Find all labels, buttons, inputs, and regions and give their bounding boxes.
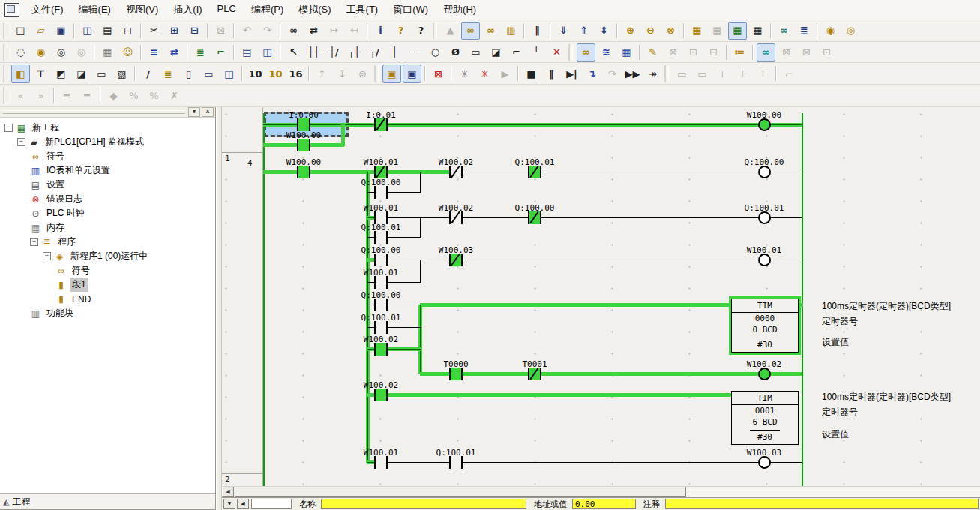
connect-line-button[interactable]: └ [527, 44, 546, 62]
scroll-left-button[interactable]: ◀ [222, 487, 234, 497]
no-contact[interactable] [374, 321, 388, 334]
menu-item-2[interactable]: 视图(V) [118, 1, 166, 19]
io-bit-window-button[interactable]: ◫ [220, 64, 238, 82]
menu-item-5[interactable]: 编程(P) [244, 1, 291, 19]
watch-comment-field[interactable] [665, 499, 979, 509]
new-document-button[interactable]: □ [11, 22, 30, 40]
fast-forward-button[interactable]: ▶▶ [623, 64, 642, 82]
monitor-window-button[interactable]: ▦ [728, 22, 747, 40]
find-window-2-button[interactable]: ◪ [72, 64, 91, 82]
about-button[interactable]: i [371, 22, 390, 40]
menu-item-1[interactable]: 编辑(E) [71, 1, 118, 19]
timer-instruction[interactable]: TIM00016 BCD#30 [731, 391, 799, 445]
view-mnemonics-button[interactable]: ▤ [238, 44, 256, 62]
menu-item-0[interactable]: 文件(F) [24, 1, 71, 19]
new-closed-coil-button[interactable]: Ø [446, 44, 465, 62]
verify-program-button[interactable]: ⊗ [661, 22, 680, 40]
new-coil-button[interactable]: ○ [426, 44, 445, 62]
new-or-contact-button[interactable]: ┬├ [345, 44, 364, 62]
replace-button[interactable]: ⇄ [304, 22, 323, 40]
tree-item-program[interactable]: −≣程序 [0, 235, 215, 249]
copy-button[interactable]: ⊞ [165, 22, 184, 40]
menu-item-6[interactable]: 模拟(S) [291, 1, 338, 19]
step-into-button[interactable]: ↴ [583, 64, 601, 82]
no-contact[interactable] [449, 456, 463, 469]
select-tool-button[interactable]: ↖ [284, 44, 303, 62]
new-pulse-instruction-button[interactable]: ⌐ [507, 44, 526, 62]
print-preview-button[interactable]: ◻ [118, 22, 137, 40]
symbols-window-button[interactable]: ≣ [159, 64, 178, 82]
plc-monitoring-button[interactable]: ∞ [577, 44, 595, 62]
open-project-button[interactable]: ▱ [31, 22, 50, 40]
nc-contact[interactable] [528, 166, 541, 178]
new-horizontal-button[interactable]: ─ [406, 44, 424, 62]
nc-contact[interactable] [449, 212, 463, 224]
cut-button[interactable]: ✂ [145, 22, 163, 40]
help-topics-button[interactable]: ? [391, 22, 410, 40]
monitor-toggle-button[interactable]: ▣ [403, 64, 421, 82]
output-coil[interactable] [758, 456, 771, 469]
monitor-signed-decimal-button[interactable]: 10 [266, 64, 285, 82]
transfer-program-button[interactable]: ⊕ [621, 22, 640, 40]
tree-item-project[interactable]: −▦新工程 [0, 121, 215, 135]
no-contact[interactable] [374, 231, 388, 244]
no-contact[interactable] [374, 254, 388, 266]
watch-back-button[interactable]: ◀ [237, 499, 249, 509]
dialog-window-button[interactable]: ▭ [199, 64, 218, 82]
show-grid-button[interactable]: ▦ [98, 44, 117, 62]
workspace-pin-button[interactable]: ▾ [188, 107, 200, 117]
toolbar-grip[interactable] [3, 22, 7, 39]
delete-segment-button[interactable]: ✕ [547, 44, 566, 62]
monitor-window-2-button[interactable]: ▦ [748, 22, 767, 40]
new-instruction-button[interactable]: ▭ [466, 44, 485, 62]
pause-program-button[interactable]: ‖ [542, 64, 561, 82]
window-mnemonic-button[interactable]: ⊤ [31, 64, 50, 82]
find-online-button[interactable]: ∞ [481, 22, 500, 40]
watch-dropdown-button[interactable]: ▼ [223, 499, 235, 509]
nc-contact[interactable] [449, 254, 463, 266]
project-tab-label[interactable]: 工程 [12, 496, 30, 508]
skip-to-end-button[interactable]: ↠ [643, 64, 662, 82]
expand-toggle[interactable]: − [4, 124, 13, 132]
new-closed-instruction-button[interactable]: ◪ [487, 44, 505, 62]
toolbar-grip[interactable] [374, 65, 379, 82]
pause-monitoring-button[interactable]: ‖ [528, 22, 547, 40]
rung-split-button[interactable]: / [139, 64, 157, 82]
menu-item-9[interactable]: 帮助(H) [436, 1, 484, 19]
compare-with-plc-button[interactable]: ⇕ [595, 22, 613, 40]
nc-contact[interactable] [374, 166, 388, 178]
new-vertical-button[interactable]: │ [385, 44, 404, 62]
menu-item-7[interactable]: 工具(T) [339, 1, 386, 19]
new-contact-button[interactable]: ┤├ [304, 44, 323, 62]
expand-toggle[interactable]: − [17, 138, 25, 146]
download-to-plc-button[interactable]: ⇓ [554, 22, 573, 40]
pause-hand-button[interactable]: ✳ [455, 64, 474, 82]
expand-toggle[interactable]: − [43, 252, 51, 260]
tree-item-error-log[interactable]: ⊗错误日志 [0, 192, 215, 206]
new-or-closed-contact-button[interactable]: ┬/ [365, 44, 384, 62]
no-contact[interactable] [297, 139, 310, 152]
toolbar-grip[interactable] [3, 44, 7, 61]
online-simulator-button[interactable]: ▥ [502, 22, 520, 40]
horizontal-scrollbar[interactable]: ◀ [222, 486, 980, 497]
window-plain-button[interactable]: ▭ [92, 64, 111, 82]
tree-item-symbol-table[interactable]: ∞符号 [0, 263, 215, 278]
find-button[interactable]: ∞ [284, 22, 303, 40]
tree-item-symbol-table[interactable]: ∞符号 [0, 149, 215, 164]
watch-window-button[interactable]: ∞ [775, 22, 793, 40]
output-coil[interactable] [758, 118, 771, 131]
monitor-layout-button[interactable]: ⇄ [165, 44, 184, 62]
no-contact[interactable] [374, 388, 388, 401]
expand-toggle[interactable]: − [30, 238, 38, 246]
panel-splitter[interactable] [216, 106, 222, 510]
output-coil[interactable] [758, 368, 771, 380]
tree-item-io-table[interactable]: ▥IO表和单元设置 [0, 164, 215, 178]
no-contact[interactable] [374, 456, 388, 469]
plc-memory-table-button[interactable]: ▦ [688, 22, 706, 40]
tree-item-program-running[interactable]: −◈新程序1 (00)运行中 [0, 249, 215, 263]
toolbar-grip[interactable] [568, 44, 573, 61]
scrollbar-track[interactable] [686, 487, 980, 497]
no-contact[interactable] [374, 276, 388, 289]
toolbar-grip[interactable] [3, 65, 7, 82]
toolbar-grip[interactable] [664, 65, 669, 82]
